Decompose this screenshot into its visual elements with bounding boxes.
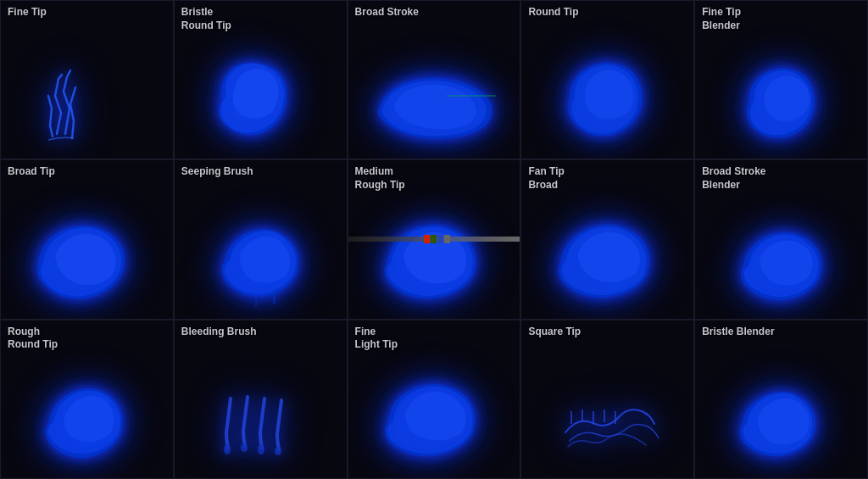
brush-cell-fan-tip-broad[interactable]: Fan TipBroad	[520, 159, 694, 319]
brush-preview-fine-tip-blender	[731, 58, 832, 150]
brush-label-bristle-blender: Bristle Blender	[702, 326, 774, 339]
brush-label-bleeding-brush: Bleeding Brush	[181, 326, 257, 339]
brush-cell-fine-light-tip[interactable]: FineLight Tip	[348, 320, 521, 479]
brush-label-rough-round-tip: RoughRound Tip	[8, 326, 58, 352]
brush-label-broad-tip: Broad Tip	[8, 165, 55, 179]
brush-label-broad-stroke: Broad Stroke	[355, 6, 419, 19]
brush-label-broad-stroke-blender: Broad StrokeBlender	[702, 165, 765, 192]
brush-label-square-tip: Square Tip	[528, 326, 581, 339]
brush-cell-round-tip-top[interactable]: Round Tip	[520, 0, 694, 159]
brush-cell-bristle-blender[interactable]: Bristle Blender	[694, 320, 868, 479]
brush-preview-broad-stroke	[370, 66, 498, 150]
brush-preview-medium-rough-tip	[375, 214, 493, 310]
brush-cell-bristle-round-tip[interactable]: BristleRound Tip	[174, 0, 348, 159]
brush-preview-round-tip-top	[553, 53, 663, 150]
brush-label-medium-rough-tip: MediumRough Tip	[355, 165, 405, 192]
brush-cell-rough-round-tip[interactable]: RoughRound Tip	[0, 320, 174, 479]
brush-preview-bleeding-brush	[209, 373, 311, 470]
brush-label-fine-tip-blender: Fine TipBlender	[702, 6, 741, 32]
brush-label-seeping-brush: Seeping Brush	[181, 165, 253, 179]
brush-grid: Fine Tip BristleRound Tip Broad Stroke	[0, 0, 868, 479]
brush-preview-broad-tip	[31, 214, 142, 310]
brush-preview-fan-tip-broad	[550, 214, 665, 310]
brush-label-fine-tip: Fine Tip	[8, 6, 47, 19]
brush-cell-broad-tip[interactable]: Broad Tip	[0, 159, 174, 319]
brush-preview-square-tip	[553, 377, 663, 470]
brush-cell-fine-tip[interactable]: Fine Tip	[0, 0, 174, 159]
brush-preview-broad-stroke-blender	[731, 222, 832, 310]
brush-label-bristle-round-tip: BristleRound Tip	[181, 6, 231, 32]
brush-cell-square-tip[interactable]: Square Tip	[520, 320, 694, 479]
brush-label-fan-tip-broad: Fan TipBroad	[528, 165, 564, 192]
brush-cell-fine-tip-blender[interactable]: Fine TipBlender	[694, 0, 868, 159]
svg-point-1	[224, 444, 231, 454]
svg-point-4	[275, 447, 281, 455]
brush-preview-fine-tip	[40, 62, 133, 150]
brush-cell-bleeding-brush[interactable]: Bleeding Brush	[174, 320, 348, 479]
brush-preview-bristle-round-tip	[205, 53, 315, 150]
svg-point-3	[258, 444, 264, 454]
brush-cell-broad-stroke-blender[interactable]: Broad StrokeBlender	[694, 159, 868, 319]
brush-cell-broad-stroke[interactable]: Broad Stroke	[348, 0, 521, 159]
brush-cell-medium-rough-tip[interactable]: MediumRough Tip	[348, 159, 521, 319]
brush-preview-rough-round-tip	[36, 377, 137, 470]
brush-preview-bristle-blender	[731, 382, 832, 470]
brush-label-fine-light-tip: FineLight Tip	[355, 326, 398, 352]
svg-point-2	[241, 443, 248, 452]
brush-preview-fine-light-tip	[375, 373, 493, 470]
brush-preview-seeping-brush	[209, 218, 311, 310]
brush-cell-seeping-brush[interactable]: Seeping Brush	[174, 159, 348, 319]
brush-label-round-tip-top: Round Tip	[528, 6, 578, 19]
